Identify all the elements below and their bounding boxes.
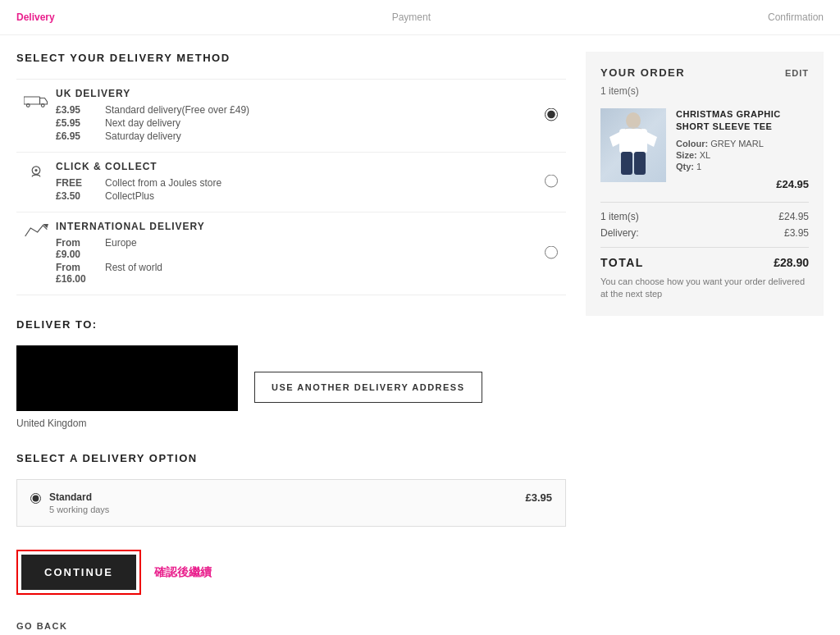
deliver-to-title: DELIVER TO: [16,318,566,331]
continue-note: 確認後繼續 [154,565,212,580]
truck-icon [16,88,56,109]
order-edit-link[interactable]: EDIT [785,68,809,78]
nav-delivery[interactable]: Delivery [16,11,55,23]
international-price-1: From £9.00 Europe [56,237,566,260]
international-price-2: From £16.00 Rest of world [56,262,566,285]
address-block [16,345,238,411]
checkout-nav: Delivery Payment Confirmation [0,0,840,35]
order-item-size: Size: XL [676,150,809,160]
uk-price-1: £3.95 Standard delivery(Free over £49) [56,104,566,116]
uk-delivery-details: UK DELIVERY £3.95 Standard delivery(Free… [56,88,566,144]
order-item-info: CHRISTMAS GRAPHIC SHORT SLEEVE TEE Colou… [676,108,809,190]
order-divider-1 [600,202,809,203]
standard-option-name: Standard [49,491,517,503]
order-item-price: £24.95 [676,178,809,190]
international-delivery-name: INTERNATIONAL DELIVERY [56,221,566,232]
continue-section: CONTINUE 確認後繼續 [16,550,566,595]
order-summary-header: YOUR ORDER EDIT [600,66,809,79]
order-items-count: 1 item(s) [600,85,809,97]
order-subtotal-row: 1 item(s) £24.95 [600,211,809,222]
select-delivery-option-section: SELECT A DELIVERY OPTION Standard 5 work… [16,452,566,527]
order-delivery-row: Delivery: £3.95 [600,227,809,239]
standard-option-label: Standard 5 working days [49,491,517,514]
deliver-to-row: United Kingdom USE ANOTHER DELIVERY ADDR… [16,345,566,429]
order-total-row: TOTAL £28.90 [600,256,809,269]
delivery-method-title: SELECT YOUR DELIVERY METHOD [16,52,566,64]
collect-radio[interactable] [545,175,558,190]
deliver-to-section: DELIVER TO: United Kingdom USE ANOTHER D… [16,318,566,429]
delivery-option-collect: CLICK & COLLECT FREE Collect from a Joul… [16,152,566,212]
order-item-colour: Colour: GREY MARL [676,139,809,148]
order-summary: YOUR ORDER EDIT 1 item(s) [586,52,824,316]
uk-delivery-radio[interactable] [545,108,558,124]
order-item-name: CHRISTMAS GRAPHIC SHORT SLEEVE TEE [676,108,809,134]
delivery-label: Delivery: [600,227,639,239]
use-another-address-button[interactable]: USE ANOTHER DELIVERY ADDRESS [254,372,482,403]
total-label: TOTAL [600,256,644,269]
nav-payment: Payment [392,11,431,23]
international-delivery-details: INTERNATIONAL DELIVERY From £9.00 Europe… [56,221,566,286]
collect-icon [16,161,56,182]
select-delivery-option-title: SELECT A DELIVERY OPTION [16,452,566,464]
international-icon [16,221,56,242]
standard-option-days: 5 working days [49,505,517,514]
order-divider-2 [600,247,809,248]
subtotal-label: 1 item(s) [600,211,639,222]
continue-button[interactable]: CONTINUE [21,555,136,590]
uk-delivery-name: UK DELIVERY [56,88,566,99]
svg-rect-7 [619,129,647,153]
collect-price-1: FREE Collect from a Joules store [56,177,566,189]
left-column: SELECT YOUR DELIVERY METHOD UK DELIVERY … [16,52,566,634]
nav-confirmation: Confirmation [768,11,824,23]
subtotal-value: £24.95 [778,211,809,222]
delivery-method-section: SELECT YOUR DELIVERY METHOD UK DELIVERY … [16,52,566,295]
collect-delivery-name: CLICK & COLLECT [56,161,566,172]
continue-button-wrapper: CONTINUE [16,550,141,595]
standard-option-radio[interactable] [30,493,41,504]
go-back-link[interactable]: GO BACK [16,618,67,634]
order-item: CHRISTMAS GRAPHIC SHORT SLEEVE TEE Colou… [600,108,809,190]
order-summary-title: YOUR ORDER [600,66,685,79]
svg-point-1 [26,104,30,107]
international-radio[interactable] [545,246,558,262]
collect-delivery-details: CLICK & COLLECT FREE Collect from a Joul… [56,161,566,203]
order-note: You can choose how you want your order d… [600,276,809,301]
delivery-value: £3.95 [784,227,809,239]
uk-price-3: £6.95 Saturday delivery [56,130,566,142]
order-item-qty: Qty: 1 [676,162,809,171]
address-country: United Kingdom [16,418,238,429]
right-column: YOUR ORDER EDIT 1 item(s) [586,52,824,634]
delivery-option-uk: UK DELIVERY £3.95 Standard delivery(Free… [16,79,566,152]
svg-rect-0 [24,97,40,104]
order-item-image-inner [600,108,666,182]
total-value: £28.90 [774,256,809,269]
uk-price-2: £5.95 Next day delivery [56,117,566,129]
standard-delivery-option-box: Standard 5 working days £3.95 [16,479,566,527]
main-layout: SELECT YOUR DELIVERY METHOD UK DELIVERY … [0,35,840,635]
order-item-image [600,108,666,182]
delivery-option-international: INTERNATIONAL DELIVERY From £9.00 Europe… [16,212,566,295]
svg-point-4 [34,169,37,171]
svg-rect-9 [634,152,646,175]
svg-point-6 [626,112,641,129]
svg-rect-8 [621,152,632,175]
collect-price-2: £3.50 CollectPlus [56,190,566,202]
standard-option-price: £3.95 [525,491,552,504]
svg-point-2 [41,104,44,107]
